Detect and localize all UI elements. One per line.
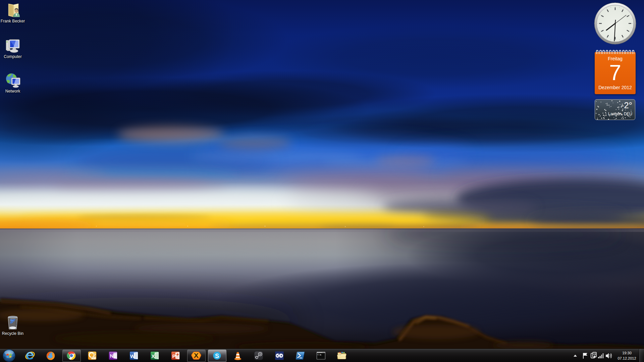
svg-text:S: S xyxy=(215,353,219,359)
svg-text:W: W xyxy=(130,353,135,359)
svg-text:X: X xyxy=(151,353,155,359)
svg-text:N: N xyxy=(110,353,114,359)
svg-text:P: P xyxy=(172,353,175,359)
